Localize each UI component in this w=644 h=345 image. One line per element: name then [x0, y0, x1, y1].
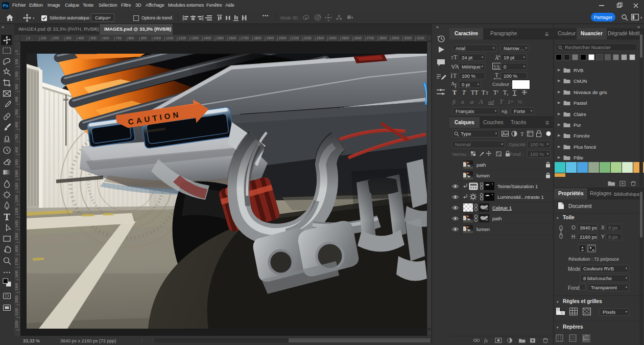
svg-text:1200: 1200	[179, 36, 186, 40]
svg-text:1100: 1100	[15, 183, 18, 191]
svg-text:T: T	[513, 89, 517, 96]
svg-text:2200: 2200	[304, 36, 312, 40]
svg-text:3000: 3000	[404, 36, 412, 40]
svg-text:1900: 1900	[266, 36, 274, 40]
svg-text:T: T	[462, 89, 466, 96]
svg-text:2100: 2100	[15, 308, 18, 316]
svg-text:200: 200	[53, 36, 59, 40]
svg-text:1500: 1500	[216, 36, 224, 40]
svg-text:2100: 2100	[292, 36, 299, 40]
svg-text:300: 300	[66, 36, 71, 40]
svg-text:1900: 1900	[15, 283, 18, 290]
svg-text:T: T	[495, 72, 499, 79]
svg-text:A: A	[496, 64, 500, 69]
svg-text:T: T	[499, 98, 504, 105]
svg-text:2300: 2300	[317, 36, 324, 40]
svg-text:1800: 1800	[254, 36, 261, 40]
svg-text:TT: TT	[471, 89, 479, 96]
svg-text:1600: 1600	[15, 245, 18, 253]
svg-text:a: a	[455, 82, 457, 86]
svg-text:0: 0	[15, 50, 18, 52]
svg-text:2500: 2500	[342, 36, 349, 40]
svg-text:T: T	[454, 54, 458, 61]
svg-text:300: 300	[15, 84, 18, 89]
svg-text:1800: 1800	[15, 270, 18, 278]
svg-text:100: 100	[15, 59, 18, 64]
svg-text:st: st	[511, 99, 514, 103]
svg-text:1300: 1300	[191, 36, 199, 40]
svg-text:1300: 1300	[15, 208, 18, 215]
svg-text:2000: 2000	[279, 36, 287, 40]
svg-text:800: 800	[128, 36, 134, 40]
svg-text:2900: 2900	[392, 36, 399, 40]
svg-text:1200: 1200	[15, 195, 18, 203]
svg-text:ad: ad	[488, 99, 494, 105]
svg-text:fi: fi	[452, 99, 456, 105]
svg-text:1100: 1100	[166, 36, 174, 40]
svg-text:st: st	[470, 99, 474, 105]
svg-text:1600: 1600	[229, 36, 236, 40]
svg-text:fx: fx	[484, 338, 488, 343]
svg-text:2800: 2800	[379, 36, 387, 40]
svg-text:σ: σ	[461, 99, 464, 105]
svg-text:½: ½	[518, 99, 522, 105]
svg-text:1: 1	[507, 93, 509, 97]
svg-text:600: 600	[15, 122, 18, 127]
svg-text:T: T	[482, 89, 486, 96]
svg-text:1000: 1000	[15, 170, 18, 177]
svg-text:2000: 2000	[15, 295, 18, 303]
svg-text:700: 700	[116, 36, 122, 40]
svg-text:A: A	[479, 98, 483, 105]
svg-text:2400: 2400	[329, 36, 337, 40]
svg-text:1: 1	[508, 99, 511, 105]
svg-text:600: 600	[103, 36, 109, 40]
svg-text:1500: 1500	[15, 233, 18, 240]
svg-text:400: 400	[78, 36, 84, 40]
svg-text:800: 800	[15, 147, 18, 152]
svg-text:T: T	[486, 90, 489, 96]
svg-text:400: 400	[15, 97, 18, 102]
svg-text:500: 500	[15, 109, 18, 114]
svg-text:900: 900	[141, 36, 147, 40]
svg-text:0: 0	[28, 36, 30, 40]
svg-text:2700: 2700	[367, 36, 374, 40]
svg-text:3100: 3100	[417, 36, 424, 40]
svg-text:1700: 1700	[241, 36, 249, 40]
svg-text:T: T	[520, 131, 524, 137]
svg-text:200: 200	[15, 72, 18, 77]
svg-text:700: 700	[15, 134, 18, 140]
svg-text:2600: 2600	[354, 36, 362, 40]
svg-text:T: T	[452, 89, 457, 96]
svg-text:2200: 2200	[15, 320, 18, 328]
svg-text:900: 900	[15, 159, 18, 165]
svg-text:T: T	[453, 72, 457, 79]
svg-text:I: I	[451, 74, 452, 79]
svg-text:1400: 1400	[204, 36, 211, 40]
svg-text:1: 1	[497, 89, 499, 94]
svg-text:1400: 1400	[15, 220, 18, 228]
svg-text:1000: 1000	[154, 36, 161, 40]
svg-text:500: 500	[91, 36, 97, 40]
svg-text:1700: 1700	[15, 258, 18, 265]
svg-text:a: a	[504, 108, 508, 114]
svg-text:100: 100	[41, 36, 46, 40]
